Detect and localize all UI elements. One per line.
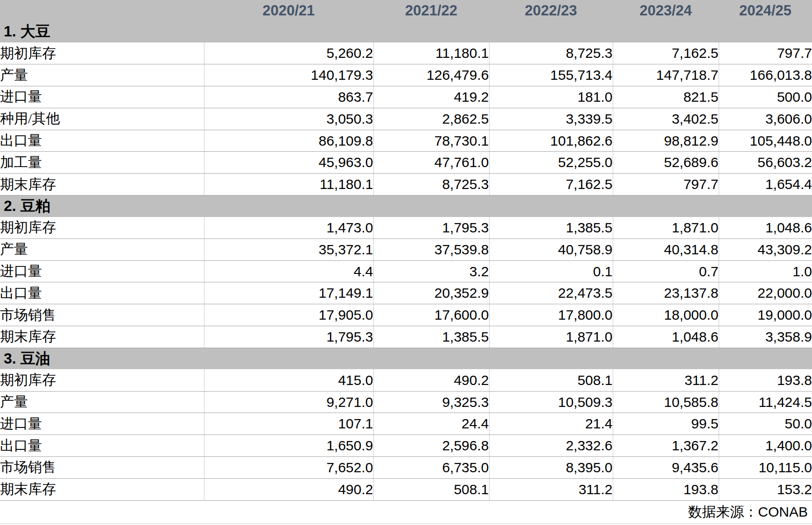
year-header: 2023/24: [613, 0, 719, 21]
value-cell: 11,424.5: [719, 391, 812, 413]
section-number: 1.: [4, 23, 16, 40]
value-cell: 10,585.8: [613, 391, 719, 413]
table-row: 进口量4.43.20.10.71.0: [0, 260, 812, 282]
value-cell: 821.5: [613, 86, 719, 108]
row-label: 期末库存: [0, 326, 204, 348]
value-cell: 797.7: [613, 174, 719, 196]
value-cell: 18,000.0: [613, 304, 719, 326]
value-cell: 20,352.9: [373, 282, 489, 304]
value-cell: 140,179.3: [204, 64, 373, 86]
value-cell: 40,758.9: [489, 238, 613, 260]
value-cell: 181.0: [489, 86, 613, 108]
value-cell: 193.8: [613, 478, 719, 500]
value-cell: 24.4: [373, 413, 489, 435]
value-cell: 8,725.3: [489, 42, 613, 64]
value-cell: 153.2: [719, 478, 812, 500]
value-cell: 500.0: [719, 86, 812, 108]
table-row: 种用/其他3,050.32,862.53,339.53,402.53,606.0: [0, 108, 812, 130]
table-row: 期末库存1,795.31,385.51,871.01,048.63,358.9: [0, 326, 812, 348]
value-cell: 47,761.0: [373, 152, 489, 174]
value-cell: 166,013.8: [719, 64, 812, 86]
value-cell: 419.2: [373, 86, 489, 108]
section-title: 豆粕: [21, 197, 50, 214]
value-cell: 2,862.5: [373, 108, 489, 130]
table-row: 进口量107.124.421.499.550.0: [0, 413, 812, 435]
value-cell: 10,115.0: [719, 457, 812, 479]
table-row: 加工量45,963.047,761.052,255.052,689.656,60…: [0, 152, 812, 174]
row-label: 出口量: [0, 130, 204, 152]
value-cell: 86,109.8: [204, 130, 373, 152]
table-row: 市场销售7,652.06,735.08,395.09,435.610,115.0: [0, 457, 812, 479]
value-cell: 1.0: [719, 260, 812, 282]
value-cell: 17,905.0: [204, 304, 373, 326]
value-cell: 1,385.5: [489, 217, 613, 239]
value-cell: 311.2: [613, 369, 719, 391]
section-title-cell: 2. 豆粕: [0, 196, 812, 217]
value-cell: 3.2: [373, 260, 489, 282]
value-cell: 508.1: [373, 478, 489, 500]
value-cell: 21.4: [489, 413, 613, 435]
row-label: 出口量: [0, 282, 204, 304]
table-row: 产量140,179.3126,479.6155,713.4147,718.716…: [0, 64, 812, 86]
row-label: 产量: [0, 64, 204, 86]
value-cell: 23,137.8: [613, 282, 719, 304]
value-cell: 2,596.8: [373, 435, 489, 457]
value-cell: 7,652.0: [204, 457, 373, 479]
section-title-cell: 3. 豆油: [0, 348, 812, 369]
value-cell: 17,600.0: [373, 304, 489, 326]
value-cell: 1,367.2: [613, 435, 719, 457]
section-number: 2.: [4, 197, 16, 214]
value-cell: 1,871.0: [489, 326, 613, 348]
row-label: 期末库存: [0, 174, 204, 196]
row-label: 期初库存: [0, 217, 204, 239]
value-cell: 101,862.6: [489, 130, 613, 152]
value-cell: 193.8: [719, 369, 812, 391]
section-title: 大豆: [21, 23, 50, 40]
section-header-3: 3. 豆油: [0, 348, 812, 369]
row-label: 出口量: [0, 435, 204, 457]
row-label: 进口量: [0, 260, 204, 282]
table-row: 出口量17,149.120,352.922,473.523,137.822,00…: [0, 282, 812, 304]
row-label: 期初库存: [0, 42, 204, 64]
supply-demand-balance-sheet: 2020/212021/222022/232023/242024/25 1. 大…: [0, 0, 812, 524]
value-cell: 3,606.0: [719, 108, 812, 130]
value-cell: 1,654.4: [719, 174, 812, 196]
row-label: 市场销售: [0, 304, 204, 326]
row-label: 种用/其他: [0, 108, 204, 130]
value-cell: 4.4: [204, 260, 373, 282]
value-cell: 8,395.0: [489, 457, 613, 479]
row-label: 期初库存: [0, 369, 204, 391]
year-header: 2020/21: [204, 0, 373, 21]
value-cell: 1,048.6: [613, 326, 719, 348]
table-row: 市场销售17,905.017,600.017,800.018,000.019,0…: [0, 304, 812, 326]
corner-blank-cell: [0, 0, 204, 21]
row-label: 产量: [0, 238, 204, 260]
value-cell: 40,314.8: [613, 238, 719, 260]
source-cell: 数据来源：CONAB: [0, 500, 812, 524]
value-cell: 6,735.0: [373, 457, 489, 479]
value-cell: 0.7: [613, 260, 719, 282]
value-cell: 1,473.0: [204, 217, 373, 239]
row-label: 进口量: [0, 413, 204, 435]
table-row: 期初库存5,260.211,180.18,725.37,162.5797.7: [0, 42, 812, 64]
row-label: 市场销售: [0, 457, 204, 479]
value-cell: 11,180.1: [373, 42, 489, 64]
value-cell: 3,402.5: [613, 108, 719, 130]
source-row: 数据来源：CONAB: [0, 500, 812, 524]
value-cell: 797.7: [719, 42, 812, 64]
value-cell: 43,309.2: [719, 238, 812, 260]
year-header: 2024/25: [719, 0, 812, 21]
value-cell: 863.7: [204, 86, 373, 108]
value-cell: 22,473.5: [489, 282, 613, 304]
value-cell: 1,871.0: [613, 217, 719, 239]
value-cell: 9,325.3: [373, 391, 489, 413]
value-cell: 490.2: [373, 369, 489, 391]
value-cell: 9,435.6: [613, 457, 719, 479]
section-header-2: 2. 豆粕: [0, 196, 812, 217]
value-cell: 7,162.5: [613, 42, 719, 64]
value-cell: 50.0: [719, 413, 812, 435]
table-row: 产量9,271.09,325.310,509.310,585.811,424.5: [0, 391, 812, 413]
section-title: 豆油: [21, 350, 50, 367]
value-cell: 1,795.3: [373, 217, 489, 239]
supply-demand-table: 2020/212021/222022/232023/242024/25 1. 大…: [0, 0, 812, 524]
